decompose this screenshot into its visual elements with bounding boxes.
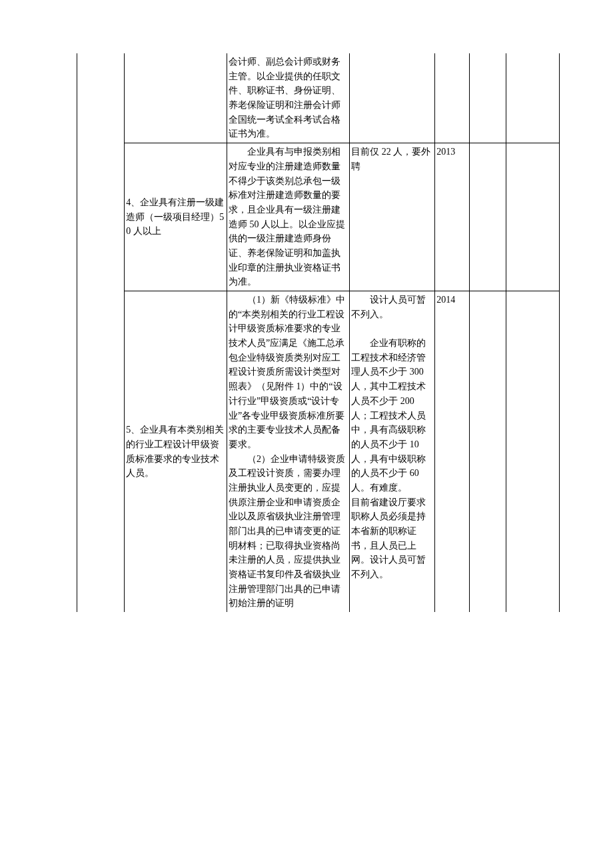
cell-text: 目前省建设厅要求职称人员必须是持本省新的职称证书，且人员已上网。设计人员可暂不列…	[351, 495, 433, 582]
cell-col7	[506, 53, 560, 143]
cell-col3: 企业具有与申报类别相对应专业的注册建造师数量不得少于该类别总承包一级标准对注册建…	[227, 143, 349, 291]
cell-col1	[77, 53, 125, 612]
cell-text: 企业有职称的工程技术和经济管理人员不少于 300 人，其中工程技术人员不少于 2…	[351, 336, 433, 495]
requirements-table: 会计师、副总会计师或财务主管。以企业提供的任职文件、职称证书、身份证明、养老保险…	[77, 53, 560, 612]
cell-text: 标准》中的“本类别相关的行业工程设计甲级资质标准要求的专业技术人员”应满足《施工…	[229, 295, 345, 449]
cell-col2: 4、企业具有注册一级建造师（一级项目经理）50 人以上	[125, 143, 227, 291]
cell-col3: （1）新《特级标准》中的“本类别相关的行业工程设计甲级资质标准要求的专业技术人员…	[227, 291, 349, 613]
cell-col3: 会计师、副总会计师或财务主管。以企业提供的任职文件、职称证书、身份证明、养老保险…	[227, 53, 349, 143]
cell-col4	[350, 53, 435, 143]
cell-col6	[469, 143, 506, 291]
table-row: 5、企业具有本类别相关的行业工程设计甲级资质标准要求的专业技术人员。 （1）新《…	[77, 291, 560, 613]
cell-col2: 5、企业具有本类别相关的行业工程设计甲级资质标准要求的专业技术人员。	[125, 291, 227, 613]
cell-text: （1）新《特级	[229, 293, 308, 307]
table-row: 会计师、副总会计师或财务主管。以企业提供的任职文件、职称证书、身份证明、养老保险…	[77, 53, 560, 143]
cell-text: （2）企业申	[229, 452, 299, 467]
cell-col6	[469, 53, 506, 143]
cell-col5: 2014	[435, 291, 470, 613]
cell-col2	[125, 53, 227, 143]
cell-text: 设计人员可暂不列入。	[351, 293, 433, 321]
cell-text: 请特级资质及工程设计资质，需要办理注册执业人员变更的，应提供原注册企业和申请资质…	[229, 454, 345, 609]
cell-text: 报类别相对应专业的注册建造师数量不得少于该类别总承包一级标准对注册建造师数量的要…	[229, 147, 345, 287]
cell-col4: 设计人员可暂不列入。 企业有职称的工程技术和经济管理人员不少于 300 人，其中…	[350, 291, 435, 613]
document-page: 会计师、副总会计师或财务主管。以企业提供的任职文件、职称证书、身份证明、养老保险…	[0, 0, 613, 659]
cell-col5: 2013	[435, 143, 470, 291]
cell-col6	[469, 291, 506, 613]
cell-text: 企业具有与申	[229, 145, 303, 159]
cell-col5	[435, 53, 470, 143]
cell-col4: 目前仅 22 人，要外聘	[350, 143, 435, 291]
cell-col7	[506, 291, 560, 613]
cell-col7	[506, 143, 560, 291]
table-row: 4、企业具有注册一级建造师（一级项目经理）50 人以上 企业具有与申报类别相对应…	[77, 143, 560, 291]
